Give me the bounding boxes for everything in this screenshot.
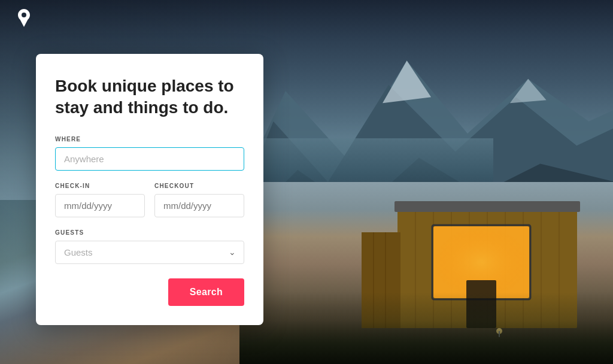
hero-title: Book unique places to stay and things to… bbox=[55, 75, 244, 119]
checkout-input[interactable] bbox=[154, 194, 244, 217]
where-group: WHERE bbox=[55, 136, 244, 171]
date-row: CHECK-IN CHECKOUT bbox=[55, 183, 244, 217]
checkout-group: CHECKOUT bbox=[154, 183, 244, 217]
airbnb-logo-icon bbox=[14, 8, 34, 28]
logo bbox=[14, 8, 34, 28]
where-input[interactable] bbox=[55, 147, 244, 171]
checkin-group: CHECK-IN bbox=[55, 183, 145, 217]
checkin-input[interactable] bbox=[55, 194, 145, 217]
search-card: Book unique places to stay and things to… bbox=[36, 54, 263, 325]
search-button[interactable]: Search bbox=[168, 278, 244, 306]
vegetation bbox=[239, 292, 613, 364]
header bbox=[0, 0, 613, 36]
search-button-row: Search bbox=[55, 278, 244, 306]
checkin-label: CHECK-IN bbox=[55, 183, 145, 189]
guests-select-wrapper: Guests 1 guest 2 guests 3 guests 4 guest… bbox=[55, 241, 244, 264]
checkout-label: CHECKOUT bbox=[154, 183, 244, 189]
guests-label: GUESTS bbox=[55, 229, 244, 236]
guests-select[interactable]: Guests 1 guest 2 guests 3 guests 4 guest… bbox=[55, 241, 244, 264]
where-label: WHERE bbox=[55, 136, 244, 142]
guests-group: GUESTS Guests 1 guest 2 guests 3 guests … bbox=[55, 229, 244, 264]
svg-rect-16 bbox=[394, 201, 580, 212]
